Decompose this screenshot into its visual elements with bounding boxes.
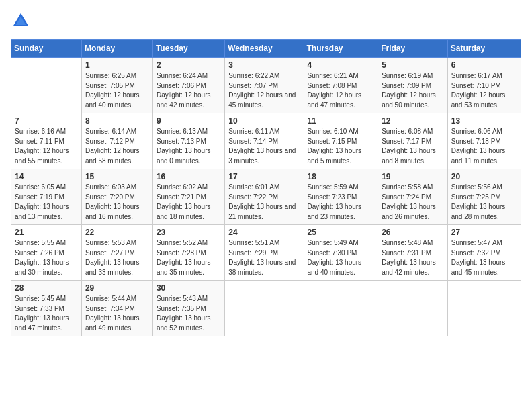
day-cell: 9Sunrise: 6:13 AMSunset: 7:13 PMDaylight… [152,113,224,169]
day-cell [304,281,378,336]
day-info: Sunrise: 5:43 AMSunset: 7:35 PMDaylight:… [157,294,221,333]
day-info: Sunrise: 5:51 AMSunset: 7:29 PMDaylight:… [228,238,300,277]
day-cell [11,58,82,113]
day-cell [447,281,521,336]
logo [11,11,34,31]
day-info: Sunrise: 6:21 AMSunset: 7:08 PMDaylight:… [308,71,375,110]
header-row: SundayMondayTuesdayWednesdayThursdayFrid… [11,40,521,58]
day-info: Sunrise: 5:47 AMSunset: 7:32 PMDaylight:… [451,238,517,277]
day-cell [225,281,304,336]
day-cell: 4Sunrise: 6:21 AMSunset: 7:08 PMDaylight… [304,58,378,113]
day-cell: 26Sunrise: 5:48 AMSunset: 7:31 PMDayligh… [378,225,448,281]
day-cell: 22Sunrise: 5:53 AMSunset: 7:27 PMDayligh… [81,225,152,281]
header-monday: Monday [81,40,152,58]
day-cell: 5Sunrise: 6:19 AMSunset: 7:09 PMDaylight… [378,58,448,113]
day-cell: 1Sunrise: 6:25 AMSunset: 7:05 PMDaylight… [81,58,152,113]
day-cell: 11Sunrise: 6:10 AMSunset: 7:15 PMDayligh… [304,113,378,169]
day-info: Sunrise: 5:45 AMSunset: 7:33 PMDaylight:… [15,294,78,333]
day-number: 6 [451,60,517,70]
day-number: 14 [15,172,78,181]
day-info: Sunrise: 6:01 AMSunset: 7:22 PMDaylight:… [228,183,300,222]
day-cell: 8Sunrise: 6:14 AMSunset: 7:12 PMDaylight… [81,113,152,169]
day-cell: 2Sunrise: 6:24 AMSunset: 7:06 PMDaylight… [152,58,224,113]
day-info: Sunrise: 5:44 AMSunset: 7:34 PMDaylight:… [85,294,149,333]
week-row-2: 7Sunrise: 6:16 AMSunset: 7:11 PMDaylight… [11,113,521,169]
day-number: 12 [382,116,444,126]
day-number: 19 [382,172,444,181]
day-info: Sunrise: 6:16 AMSunset: 7:11 PMDaylight:… [15,127,78,166]
day-cell: 20Sunrise: 5:56 AMSunset: 7:25 PMDayligh… [447,169,521,225]
day-info: Sunrise: 5:58 AMSunset: 7:24 PMDaylight:… [382,183,444,222]
header-wednesday: Wednesday [225,40,304,58]
day-cell: 21Sunrise: 5:55 AMSunset: 7:26 PMDayligh… [11,225,82,281]
day-info: Sunrise: 6:06 AMSunset: 7:18 PMDaylight:… [451,127,517,166]
day-info: Sunrise: 6:02 AMSunset: 7:21 PMDaylight:… [157,183,221,222]
header-friday: Friday [378,40,448,58]
calendar-table: SundayMondayTuesdayWednesdayThursdayFrid… [11,39,521,336]
day-cell: 3Sunrise: 6:22 AMSunset: 7:07 PMDaylight… [225,58,304,113]
day-info: Sunrise: 6:25 AMSunset: 7:05 PMDaylight:… [85,71,149,110]
day-number: 3 [228,60,300,70]
day-number: 20 [451,172,517,181]
day-cell: 15Sunrise: 6:03 AMSunset: 7:20 PMDayligh… [81,169,152,225]
week-row-5: 28Sunrise: 5:45 AMSunset: 7:33 PMDayligh… [11,281,521,336]
day-number: 27 [451,228,517,237]
day-number: 28 [15,283,78,293]
day-info: Sunrise: 6:13 AMSunset: 7:13 PMDaylight:… [157,127,221,166]
week-row-1: 1Sunrise: 6:25 AMSunset: 7:05 PMDaylight… [11,58,521,113]
day-cell: 24Sunrise: 5:51 AMSunset: 7:29 PMDayligh… [225,225,304,281]
day-info: Sunrise: 6:17 AMSunset: 7:10 PMDaylight:… [451,71,517,110]
day-cell: 25Sunrise: 5:49 AMSunset: 7:30 PMDayligh… [304,225,378,281]
day-number: 5 [382,60,444,70]
day-cell: 30Sunrise: 5:43 AMSunset: 7:35 PMDayligh… [152,281,224,336]
day-info: Sunrise: 6:08 AMSunset: 7:17 PMDaylight:… [382,127,444,166]
day-info: Sunrise: 5:53 AMSunset: 7:27 PMDaylight:… [85,238,149,277]
day-info: Sunrise: 5:49 AMSunset: 7:30 PMDaylight:… [308,238,375,277]
day-info: Sunrise: 6:19 AMSunset: 7:09 PMDaylight:… [382,71,444,110]
day-number: 8 [85,116,149,126]
day-number: 15 [85,172,149,181]
day-number: 16 [157,172,221,181]
day-cell [378,281,448,336]
day-info: Sunrise: 6:10 AMSunset: 7:15 PMDaylight:… [308,127,375,166]
day-cell: 7Sunrise: 6:16 AMSunset: 7:11 PMDaylight… [11,113,82,169]
logo-icon [11,11,31,31]
day-number: 4 [308,60,375,70]
day-number: 7 [15,116,78,126]
day-number: 25 [308,228,375,237]
day-info: Sunrise: 5:59 AMSunset: 7:23 PMDaylight:… [308,183,375,222]
day-number: 29 [85,283,149,293]
day-info: Sunrise: 6:03 AMSunset: 7:20 PMDaylight:… [85,183,149,222]
calendar-header: SundayMondayTuesdayWednesdayThursdayFrid… [11,40,521,58]
header-tuesday: Tuesday [152,40,224,58]
day-cell: 23Sunrise: 5:52 AMSunset: 7:28 PMDayligh… [152,225,224,281]
week-row-4: 21Sunrise: 5:55 AMSunset: 7:26 PMDayligh… [11,225,521,281]
day-number: 24 [228,228,300,237]
header-sunday: Sunday [11,40,82,58]
day-number: 17 [228,172,300,181]
day-cell: 12Sunrise: 6:08 AMSunset: 7:17 PMDayligh… [378,113,448,169]
day-number: 23 [157,228,221,237]
day-number: 30 [157,283,221,293]
day-cell: 27Sunrise: 5:47 AMSunset: 7:32 PMDayligh… [447,225,521,281]
day-info: Sunrise: 6:22 AMSunset: 7:07 PMDaylight:… [228,71,300,110]
header-saturday: Saturday [447,40,521,58]
day-cell: 19Sunrise: 5:58 AMSunset: 7:24 PMDayligh… [378,169,448,225]
calendar-body: 1Sunrise: 6:25 AMSunset: 7:05 PMDaylight… [11,58,521,336]
day-number: 11 [308,116,375,126]
day-cell: 13Sunrise: 6:06 AMSunset: 7:18 PMDayligh… [447,113,521,169]
day-number: 9 [157,116,221,126]
day-number: 13 [451,116,517,126]
week-row-3: 14Sunrise: 6:05 AMSunset: 7:19 PMDayligh… [11,169,521,225]
day-cell: 10Sunrise: 6:11 AMSunset: 7:14 PMDayligh… [225,113,304,169]
day-info: Sunrise: 5:48 AMSunset: 7:31 PMDaylight:… [382,238,444,277]
day-cell: 17Sunrise: 6:01 AMSunset: 7:22 PMDayligh… [225,169,304,225]
header-thursday: Thursday [304,40,378,58]
day-number: 2 [157,60,221,70]
day-info: Sunrise: 5:52 AMSunset: 7:28 PMDaylight:… [157,238,221,277]
day-info: Sunrise: 6:05 AMSunset: 7:19 PMDaylight:… [15,183,78,222]
day-number: 22 [85,228,149,237]
day-info: Sunrise: 6:14 AMSunset: 7:12 PMDaylight:… [85,127,149,166]
day-number: 18 [308,172,375,181]
day-cell: 28Sunrise: 5:45 AMSunset: 7:33 PMDayligh… [11,281,82,336]
